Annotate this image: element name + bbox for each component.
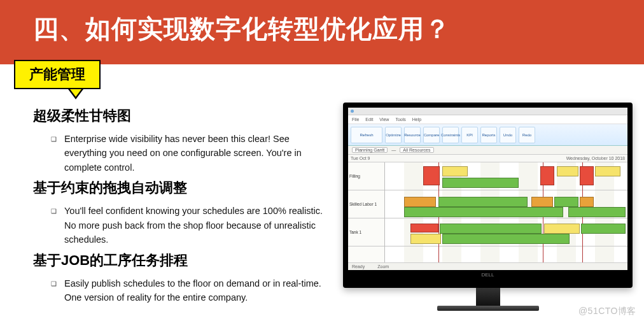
- app-menubar: File Edit View Tools Help: [348, 115, 627, 124]
- menu-item[interactable]: File: [352, 117, 359, 122]
- gantt-task[interactable]: [568, 207, 626, 217]
- header-bar: 四、如何实现数字化转型优化应用？: [0, 0, 644, 64]
- gantt-task[interactable]: [557, 166, 578, 176]
- gantt-task[interactable]: [404, 197, 436, 207]
- monitor-frame: File Edit View Tools Help Refresh Optimi…: [343, 103, 633, 288]
- tag-pointer-icon: [68, 89, 83, 99]
- watermark: @51CTO博客: [578, 306, 636, 317]
- gantt-area: Filling Skilled Labor 1 Tank 1: [348, 162, 627, 262]
- ribbon-button[interactable]: Reports: [480, 127, 497, 143]
- menu-item[interactable]: Tools: [395, 117, 405, 122]
- menu-item[interactable]: Edit: [365, 117, 373, 122]
- toolbar-sep: —: [391, 148, 396, 152]
- gantt-task[interactable]: [544, 224, 580, 234]
- gantt-task[interactable]: [540, 166, 554, 185]
- bullet-text: You'll feel confident knowing your sched…: [64, 204, 333, 246]
- tag-callout: 产能管理: [14, 60, 101, 89]
- gantt-task[interactable]: [423, 166, 440, 185]
- text-column: 超级柔性甘特图 ❑ Enterprise wide visibility has…: [33, 103, 333, 311]
- menu-item[interactable]: View: [379, 117, 389, 122]
- ribbon-button[interactable]: Constraints: [442, 127, 459, 143]
- app-ribbon: Refresh Optimize Resource Compare Constr…: [348, 124, 627, 146]
- gantt-task[interactable]: [410, 234, 441, 244]
- gantt-task[interactable]: [580, 166, 594, 185]
- gantt-task[interactable]: [581, 224, 626, 234]
- status-text: Ready: [352, 264, 365, 269]
- gantt-task[interactable]: [580, 197, 594, 207]
- tag-label: 产能管理: [14, 60, 101, 89]
- ribbon-button[interactable]: Refresh: [351, 127, 382, 143]
- gantt-task[interactable]: [531, 197, 553, 207]
- status-text: Zoom: [377, 264, 389, 269]
- bullet-marker-icon: ❑: [51, 134, 57, 145]
- date-right: Wednesday, October 10 2018: [566, 156, 625, 160]
- gantt-task[interactable]: [440, 224, 542, 234]
- bullet-item: ❑ Enterprise wide visibility has never b…: [51, 132, 333, 175]
- monitor-stand-base: [437, 306, 539, 311]
- app-statusbar: Ready Zoom: [348, 262, 627, 270]
- gantt-task[interactable]: [438, 197, 528, 207]
- monitor-stand-neck: [476, 288, 500, 306]
- section-heading-2: 基于约束的拖拽自动调整: [33, 178, 333, 197]
- gantt-resource-label: Tank 1: [348, 218, 384, 246]
- bullet-marker-icon: ❑: [51, 206, 57, 217]
- ribbon-button[interactable]: Compare: [423, 127, 440, 143]
- ribbon-button[interactable]: Resource: [404, 127, 421, 143]
- monitor-screen: File Edit View Tools Help Refresh Optimi…: [348, 108, 627, 270]
- gantt-resource-label: Skilled Labor 1: [348, 190, 384, 218]
- gantt-task[interactable]: [404, 207, 563, 217]
- gantt-timeline[interactable]: [385, 162, 627, 262]
- ribbon-button[interactable]: Redo: [519, 127, 535, 143]
- bullet-marker-icon: ❑: [51, 279, 57, 289]
- section-heading-1: 超级柔性甘特图: [33, 106, 333, 125]
- menu-item[interactable]: Help: [412, 117, 421, 122]
- bullet-item: ❑ You'll feel confident knowing your sch…: [51, 204, 333, 246]
- view-selector[interactable]: Planning Gantt: [352, 147, 388, 153]
- gantt-task[interactable]: [442, 234, 570, 244]
- page-title: 四、如何实现数字化转型优化应用？: [33, 11, 644, 46]
- app-datebar: Tue Oct 9 Wednesday, October 10 2018: [348, 155, 627, 162]
- gantt-task[interactable]: [442, 178, 519, 188]
- ribbon-button[interactable]: Optimize: [385, 127, 402, 143]
- resource-selector[interactable]: All Resources: [400, 147, 433, 153]
- bullet-text: Easily publish schedules to the floor on…: [64, 276, 333, 305]
- monitor-figure: File Edit View Tools Help Refresh Optimi…: [343, 103, 633, 311]
- gantt-task[interactable]: [410, 224, 438, 232]
- content-area: 超级柔性甘特图 ❑ Enterprise wide visibility has…: [0, 64, 644, 311]
- bullet-text: Enterprise wide visibility has never bee…: [64, 132, 333, 175]
- section-heading-3: 基于JOB的工序任务排程: [33, 251, 333, 270]
- ribbon-button[interactable]: Undo: [500, 127, 516, 143]
- date-left: Tue Oct 9: [351, 156, 370, 160]
- monitor-brand: DELL: [348, 272, 627, 278]
- bullet-item: ❑ Easily publish schedules to the floor …: [51, 276, 333, 305]
- gantt-task[interactable]: [442, 166, 468, 176]
- app-toolbar: Planning Gantt — All Resources: [348, 146, 627, 155]
- window-icon: [351, 110, 354, 113]
- gantt-task[interactable]: [595, 166, 620, 176]
- gantt-resource-label: Filling: [348, 162, 384, 190]
- ribbon-button[interactable]: KPI: [461, 127, 478, 143]
- gantt-resource-column: Filling Skilled Labor 1 Tank 1: [348, 162, 385, 262]
- gantt-task[interactable]: [554, 197, 578, 207]
- app-titlebar: [348, 108, 627, 115]
